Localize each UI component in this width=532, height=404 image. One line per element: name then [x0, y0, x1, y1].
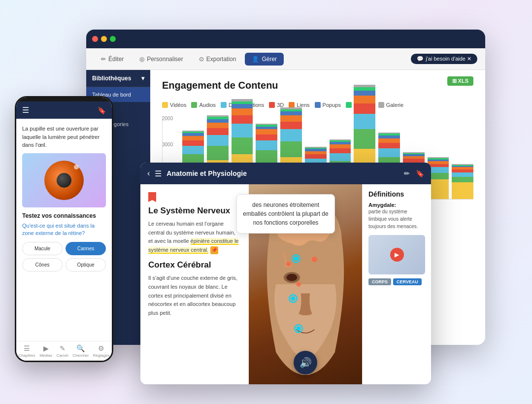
exportation-icon: ⊙ [199, 56, 204, 63]
bar-segment-7-2 [354, 114, 375, 130]
bar-segment-8-3 [378, 143, 400, 148]
legend-dot-questions [221, 102, 227, 108]
eye-illustration [44, 161, 84, 200]
mobile-nav-medias[interactable]: ▶ Médias [39, 344, 52, 358]
bar-segment-4-3 [280, 122, 302, 130]
mobile-bookmark-icon[interactable]: 🔖 [98, 106, 106, 114]
bar-segment-11-0 [452, 182, 473, 199]
bar-segment-0-4 [182, 136, 204, 140]
bar-segment-7-4 [354, 96, 375, 103]
tag-cerveau[interactable]: CERVEAU [393, 278, 422, 285]
section-nerveux-title: Le Système Nerveux [148, 206, 241, 216]
chart-legend: Vidéos Audios Des Questions 3D Liens [162, 102, 473, 108]
bar-segment-1-4 [207, 123, 229, 128]
legend-dot-popups [315, 102, 321, 108]
video-tags: CORPS CERVEAU [368, 278, 425, 285]
carnet-icon: ✎ [60, 344, 66, 352]
bar-segment-2-2 [232, 124, 253, 137]
gerer-icon: 👤 [252, 56, 259, 63]
tab-gerer-label: Gérer [262, 56, 277, 63]
audio-icon: 🔊 [299, 357, 312, 369]
mobile-menu-icon[interactable]: ☰ [22, 105, 29, 115]
dot-yellow[interactable] [101, 36, 107, 42]
bar-segment-8-4 [378, 138, 400, 143]
legend-dot-audios [191, 102, 197, 108]
option-cones[interactable]: Cônes [22, 258, 63, 271]
bar-segment-3-4 [256, 129, 277, 134]
popup-bookmark-action[interactable]: 🔖 [416, 169, 424, 177]
legend-dot-widgets [346, 102, 352, 108]
tag-corps[interactable]: CORPS [368, 278, 391, 285]
option-optique[interactable]: Optique [66, 258, 106, 271]
legend-videos: Vidéos [162, 102, 186, 108]
legend-galerie-label: Galerie [386, 102, 403, 108]
reglages-icon: ⚙ [98, 344, 104, 352]
mobile-content: La pupille est une ouverture par laquell… [16, 119, 112, 282]
section-nerveux-text: Le cerveau humain est l'organe central d… [148, 220, 241, 254]
popup-edit-icon[interactable]: ✏ [404, 169, 410, 177]
video-thumbnail[interactable]: ▶ [368, 235, 425, 274]
bar-segment-3-2 [256, 140, 277, 150]
popup-back-icon[interactable]: ‹ [147, 169, 150, 178]
carnet-label: Carnet [57, 353, 68, 358]
popup-right: Définitions Amygdale: partie du système … [362, 184, 431, 384]
editer-icon: ✏ [101, 56, 106, 63]
popup-tooltip: des neurones étroitement emballés contrô… [236, 194, 335, 234]
medias-label: Médias [39, 353, 52, 358]
eye-pupil [57, 173, 71, 188]
bar-segment-6-4 [330, 144, 351, 148]
bar-segment-6-2 [330, 153, 351, 161]
bar-segment-7-1 [354, 129, 375, 149]
tab-personnaliser[interactable]: ◎ Personnaliser [133, 53, 190, 66]
tab-gerer[interactable]: 👤 Gérer [245, 53, 284, 66]
bar-segment-7-5 [354, 91, 375, 96]
legend-audios-label: Audios [199, 102, 216, 108]
bar-segment-1-5 [207, 119, 229, 123]
eye-highlight [74, 165, 79, 169]
question-text: Qu'est-ce qui est situé dans la zone ext… [22, 222, 106, 237]
bar-segment-11-2 [452, 172, 473, 177]
legend-dot-galerie [378, 102, 384, 108]
help-button[interactable]: 💬 j'ai besoin d'aide ✕ [411, 54, 477, 64]
bar-segment-0-3 [182, 140, 204, 146]
mobile-nav-chercher[interactable]: 🔍 Chercher [72, 344, 89, 358]
xls-button[interactable]: ⊞ XLS [447, 76, 473, 86]
popup-header-actions: ✏ 🔖 [404, 169, 424, 177]
legend-videos-label: Vidéos [170, 102, 186, 108]
chercher-label: Chercher [72, 353, 89, 358]
svg-point-5 [286, 262, 291, 266]
mobile-nav-chapitres[interactable]: ☰ Chapitres [18, 344, 35, 358]
bar-segment-8-2 [378, 148, 400, 157]
mobile-eye-image [22, 153, 106, 207]
reglages-label: Réglages [93, 353, 110, 358]
hotspot-3[interactable] [289, 294, 298, 303]
desktop-top-bar [86, 30, 485, 48]
popup-body: des neurones étroitement emballés contrô… [140, 184, 431, 384]
bar-segment-4-2 [280, 129, 302, 141]
dot-red[interactable] [92, 36, 98, 42]
tab-personnaliser-label: Personnaliser [147, 56, 183, 63]
content-popup: ‹ ☰ Anatomie et Physiologie ✏ 🔖 des neur… [140, 163, 431, 384]
popup-menu-icon[interactable]: ☰ [155, 169, 162, 178]
mobile-nav-reglages[interactable]: ⚙ Réglages [93, 344, 110, 358]
mobile-nav-carnet[interactable]: ✎ Carnet [57, 344, 68, 358]
chevron-down-icon: ▾ [141, 75, 144, 82]
question-title: Testez vos connaissances [22, 211, 106, 220]
option-cannes[interactable]: Cannes [66, 242, 106, 255]
tab-exportation[interactable]: ⊙ Exportation [192, 53, 243, 66]
tab-editer[interactable]: ✏ Éditer [94, 53, 131, 66]
dot-green[interactable] [110, 36, 116, 42]
bar-segment-7-6 [354, 87, 375, 91]
mobile-header: ☰ 🔖 [16, 101, 112, 119]
section-cortex-text: Il s'agit d'une couche externe de gris, … [148, 274, 241, 317]
bar-segment-11-1 [452, 177, 473, 182]
option-macule[interactable]: Macule [22, 242, 63, 255]
audio-button[interactable]: 🔊 [294, 351, 317, 374]
personnaliser-icon: ◎ [139, 56, 144, 63]
video-play-button[interactable]: ▶ [390, 248, 404, 262]
bar-segment-4-1 [280, 141, 302, 157]
chart-title: Engagement de Contenu [162, 80, 278, 91]
chapitres-label: Chapitres [18, 353, 35, 358]
chercher-icon: 🔍 [76, 344, 85, 352]
bar-segment-0-2 [182, 146, 204, 154]
